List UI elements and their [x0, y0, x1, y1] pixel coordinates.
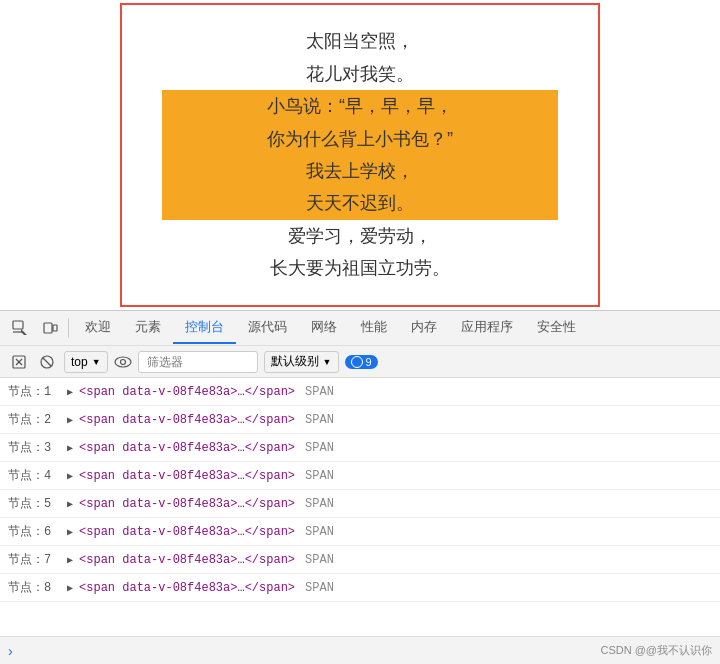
content-box: 太阳当空照，花儿对我笑。小鸟说：“早，早，早，你为什么背上小书包？”我去上学校，…	[120, 3, 600, 306]
no-icon[interactable]	[36, 351, 58, 373]
svg-line-9	[43, 358, 51, 366]
preview-area: 太阳当空照，花儿对我笑。小鸟说：“早，早，早，你为什么背上小书包？”我去上学校，…	[0, 0, 720, 310]
expand-arrow-icon[interactable]: ▶	[67, 442, 73, 454]
table-row[interactable]: 节点：8▶<span data-v-08f4e83a>…</span>SPAN	[0, 574, 720, 602]
node-type: SPAN	[305, 581, 334, 595]
node-label: 节点：7	[8, 551, 63, 568]
node-label: 节点：6	[8, 523, 63, 540]
node-tag: <span data-v-08f4e83a>…</span>	[79, 469, 295, 483]
node-label: 节点：2	[8, 411, 63, 428]
tab-内存[interactable]: 内存	[399, 312, 449, 344]
table-row[interactable]: 节点：5▶<span data-v-08f4e83a>…</span>SPAN	[0, 490, 720, 518]
svg-rect-4	[53, 325, 57, 331]
footer-chevron-icon[interactable]: ›	[8, 643, 13, 659]
node-tag: <span data-v-08f4e83a>…</span>	[79, 441, 295, 455]
context-label: top	[71, 355, 88, 369]
node-tag: <span data-v-08f4e83a>…</span>	[79, 553, 295, 567]
node-tag: <span data-v-08f4e83a>…</span>	[79, 413, 295, 427]
table-row[interactable]: 节点：4▶<span data-v-08f4e83a>…</span>SPAN	[0, 462, 720, 490]
node-type: SPAN	[305, 497, 334, 511]
console-content: 节点：1▶<span data-v-08f4e83a>…</span>SPAN节…	[0, 378, 720, 636]
node-type: SPAN	[305, 525, 334, 539]
footer-bar: › CSDN @@我不认识你	[0, 636, 720, 664]
poem-line: 天天不迟到。	[162, 187, 558, 219]
filter-input[interactable]	[138, 351, 258, 373]
table-row[interactable]: 节点：1▶<span data-v-08f4e83a>…</span>SPAN	[0, 378, 720, 406]
device-icon[interactable]	[36, 314, 64, 342]
level-label: 默认级别	[271, 353, 319, 370]
node-label: 节点：8	[8, 579, 63, 596]
expand-arrow-icon[interactable]: ▶	[67, 582, 73, 594]
level-dropdown[interactable]: 默认级别 ▼	[264, 351, 339, 373]
node-label: 节点：4	[8, 467, 63, 484]
inspect-icon[interactable]	[6, 314, 34, 342]
expand-arrow-icon[interactable]: ▶	[67, 554, 73, 566]
svg-marker-2	[21, 329, 27, 335]
eye-icon[interactable]	[114, 355, 132, 369]
tab-性能[interactable]: 性能	[349, 312, 399, 344]
tab-源代码[interactable]: 源代码	[236, 312, 299, 344]
tab-欢迎[interactable]: 欢迎	[73, 312, 123, 344]
expand-arrow-icon[interactable]: ▶	[67, 498, 73, 510]
chevron-down-icon: ▼	[92, 357, 101, 367]
tab-元素[interactable]: 元素	[123, 312, 173, 344]
expand-arrow-icon[interactable]: ▶	[67, 414, 73, 426]
footer-credit: CSDN @@我不认识你	[600, 643, 712, 658]
node-label: 节点：1	[8, 383, 63, 400]
node-tag: <span data-v-08f4e83a>…</span>	[79, 497, 295, 511]
svg-rect-3	[44, 323, 52, 333]
poem-line: 你为什么背上小书包？”	[162, 123, 558, 155]
tab-安全性[interactable]: 安全性	[525, 312, 588, 344]
node-tag: <span data-v-08f4e83a>…</span>	[79, 385, 295, 399]
poem-line: 爱学习，爱劳动，	[162, 220, 558, 252]
poem-line: 太阳当空照，	[162, 25, 558, 57]
tab-应用程序[interactable]: 应用程序	[449, 312, 525, 344]
svg-point-10	[115, 357, 131, 367]
node-tag: <span data-v-08f4e83a>…</span>	[79, 581, 295, 595]
svg-point-11	[120, 359, 125, 364]
message-count-badge: 9	[345, 355, 378, 369]
table-row[interactable]: 节点：2▶<span data-v-08f4e83a>…</span>SPAN	[0, 406, 720, 434]
poem-line: 花儿对我笑。	[162, 58, 558, 90]
tab-separator	[68, 318, 69, 338]
table-row[interactable]: 节点：7▶<span data-v-08f4e83a>…</span>SPAN	[0, 546, 720, 574]
badge-count: 9	[366, 356, 372, 368]
console-toolbar: top ▼ 默认级别 ▼ 9	[0, 346, 720, 378]
node-type: SPAN	[305, 469, 334, 483]
node-type: SPAN	[305, 441, 334, 455]
node-label: 节点：5	[8, 495, 63, 512]
svg-rect-0	[13, 321, 23, 329]
node-label: 节点：3	[8, 439, 63, 456]
tab-网络[interactable]: 网络	[299, 312, 349, 344]
poem-line: 小鸟说：“早，早，早，	[162, 90, 558, 122]
node-type: SPAN	[305, 553, 334, 567]
poem-line: 我去上学校，	[162, 155, 558, 187]
expand-arrow-icon[interactable]: ▶	[67, 526, 73, 538]
table-row[interactable]: 节点：6▶<span data-v-08f4e83a>…</span>SPAN	[0, 518, 720, 546]
level-chevron-icon: ▼	[323, 357, 332, 367]
badge-bubble-icon	[351, 356, 363, 368]
node-type: SPAN	[305, 385, 334, 399]
context-dropdown[interactable]: top ▼	[64, 351, 108, 373]
expand-arrow-icon[interactable]: ▶	[67, 470, 73, 482]
tab-控制台[interactable]: 控制台	[173, 312, 236, 344]
devtools-tab-bar: 欢迎元素控制台源代码网络性能内存应用程序安全性	[0, 310, 720, 346]
poem-line: 长大要为祖国立功劳。	[162, 252, 558, 284]
table-row[interactable]: 节点：3▶<span data-v-08f4e83a>…</span>SPAN	[0, 434, 720, 462]
clear-console-button[interactable]	[8, 351, 30, 373]
node-tag: <span data-v-08f4e83a>…</span>	[79, 525, 295, 539]
node-type: SPAN	[305, 413, 334, 427]
expand-arrow-icon[interactable]: ▶	[67, 386, 73, 398]
